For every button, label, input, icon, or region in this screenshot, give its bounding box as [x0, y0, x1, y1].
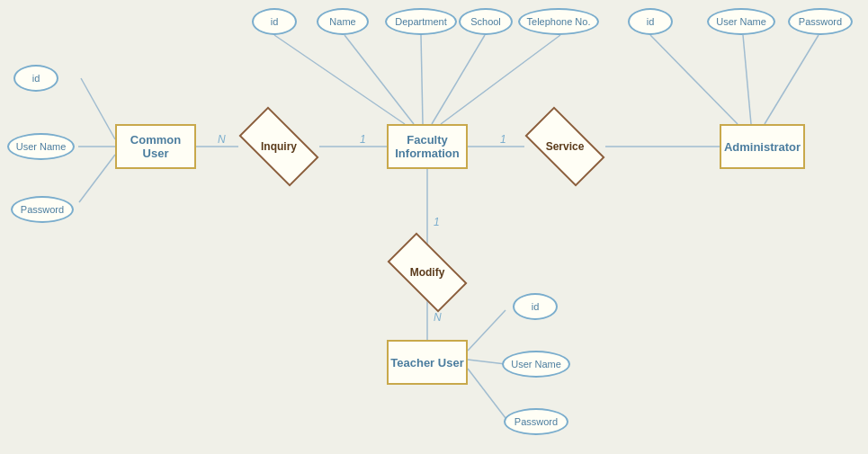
service-relation: Service [524, 124, 605, 169]
svg-line-19 [468, 369, 506, 418]
adm-username-attr: User Name [707, 8, 775, 35]
svg-line-18 [468, 360, 506, 364]
cardinality-modify-tu: N [434, 311, 442, 324]
svg-line-9 [274, 35, 405, 124]
cu-username-attr: User Name [7, 133, 75, 160]
svg-line-6 [81, 78, 115, 139]
cardinality-fi-service: 1 [500, 133, 506, 146]
svg-line-17 [468, 310, 506, 351]
fi-name-attr: Name [317, 8, 369, 35]
tu-id-attr: id [513, 293, 558, 320]
tu-username-attr: User Name [502, 351, 570, 378]
svg-line-12 [432, 35, 485, 124]
administrator-entity: Administrator [720, 124, 805, 169]
svg-line-10 [345, 35, 414, 124]
common-user-entity: Common User [115, 124, 196, 169]
tu-password-attr: Password [504, 408, 568, 435]
svg-line-13 [441, 35, 560, 124]
cu-id-attr: id [13, 65, 58, 92]
svg-line-16 [765, 35, 819, 124]
svg-line-11 [421, 35, 423, 124]
adm-id-attr: id [628, 8, 673, 35]
fi-tel-attr: Telephone No. [518, 8, 599, 35]
fi-id-attr: id [252, 8, 297, 35]
faculty-info-entity: FacultyInformation [387, 124, 468, 169]
modify-relation: Modify [387, 250, 468, 295]
teacher-user-entity: Teacher User [387, 340, 468, 385]
svg-line-8 [79, 155, 115, 202]
cardinality-fi-modify: 1 [434, 216, 440, 228]
svg-line-15 [743, 35, 751, 124]
adm-password-attr: Password [788, 8, 853, 35]
svg-line-14 [650, 35, 738, 124]
cardinality-cu-inquiry: N [218, 133, 226, 146]
fi-dept-attr: Department [385, 8, 457, 35]
inquiry-relation: Inquiry [238, 124, 319, 169]
fi-school-attr: School [459, 8, 513, 35]
cu-password-attr: Password [11, 196, 74, 223]
cardinality-inquiry-fi: 1 [360, 133, 366, 146]
